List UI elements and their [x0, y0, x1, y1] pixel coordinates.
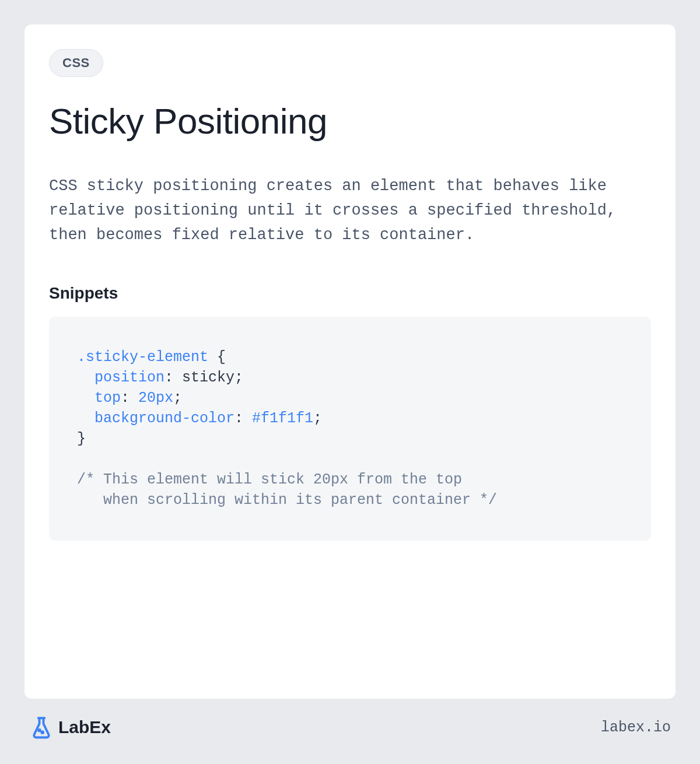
css-value: 20px	[138, 390, 173, 406]
footer-url: labex.io	[601, 719, 671, 736]
svg-point-0	[38, 730, 40, 731]
code-line-rule-1: top: 20px;	[77, 388, 623, 408]
language-badge: CSS	[49, 49, 103, 77]
code-comment-line-1: /* This element will stick 20px from the…	[77, 469, 623, 490]
flask-icon	[29, 715, 54, 740]
css-brace-open: {	[208, 349, 226, 366]
code-line-rule-0: position: sticky;	[77, 367, 623, 388]
code-line-rule-2: background-color: #f1f1f1;	[77, 408, 623, 429]
svg-point-1	[41, 731, 43, 733]
logo-text: LabEx	[58, 717, 111, 737]
code-comment-line-2: when scrolling within its parent contain…	[77, 490, 623, 510]
css-property: background-color	[94, 410, 235, 427]
css-selector: .sticky-element	[77, 349, 208, 366]
page-title: Sticky Positioning	[49, 100, 651, 142]
logo: LabEx	[29, 715, 111, 740]
description-text: CSS sticky positioning creates an elemen…	[49, 174, 651, 248]
content-card: CSS Sticky Positioning CSS sticky positi…	[24, 24, 676, 699]
snippets-heading: Snippets	[49, 284, 651, 303]
code-line-blank	[77, 449, 623, 469]
css-property: position	[94, 369, 164, 386]
footer: LabEx labex.io	[24, 699, 676, 740]
code-block: .sticky-element { position: sticky; top:…	[49, 317, 651, 541]
code-line-brace-close: }	[77, 429, 623, 449]
css-value: sticky	[182, 369, 235, 386]
css-value: #f1f1f1	[252, 410, 313, 427]
code-line-selector: .sticky-element {	[77, 347, 623, 367]
css-property: top	[94, 390, 121, 406]
